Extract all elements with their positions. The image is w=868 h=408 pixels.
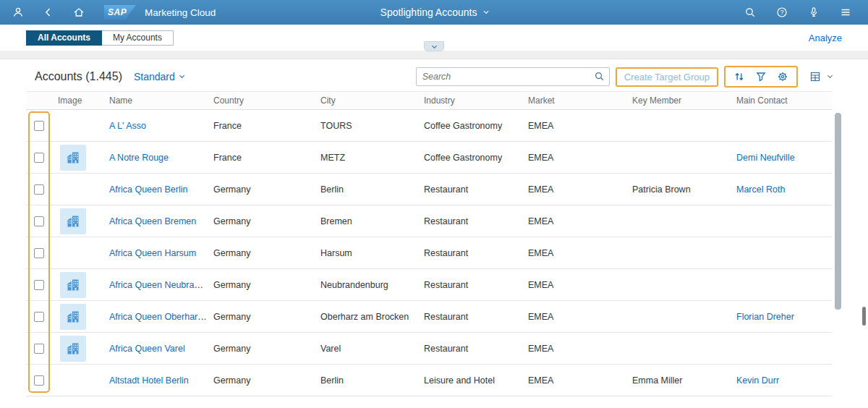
settings-gear-icon[interactable] (777, 71, 788, 82)
view-selector[interactable]: Standard (134, 71, 184, 82)
name-cell: Africa Queen Oberharz a... (103, 312, 208, 322)
chevron-down-icon[interactable] (827, 72, 833, 77)
main-contact-link[interactable]: Demi Neufville (736, 153, 795, 163)
column-header-industry[interactable]: Industry (418, 95, 522, 106)
account-name-link[interactable]: Africa Queen Berlin (109, 184, 187, 195)
table-actions-highlight (724, 66, 798, 88)
sort-icon[interactable] (733, 71, 745, 82)
account-name-link[interactable]: Africa Queen Oberharz a... (109, 312, 208, 322)
column-header-main-contact[interactable]: Main Contact (731, 95, 832, 106)
row-checkbox[interactable] (34, 344, 44, 354)
chevron-down-icon (431, 43, 436, 48)
city-cell: METZ (315, 153, 418, 163)
selection-cell (26, 375, 52, 386)
name-cell: Africa Queen Neubrande... (103, 280, 208, 290)
page-title-menu[interactable]: Spotlighting Accounts (380, 7, 488, 18)
table-row[interactable]: Africa Queen HarsumGermanyHarsumRestaura… (26, 237, 832, 269)
industry-cell: Restaurant (418, 184, 522, 195)
main-contact-link[interactable]: Marcel Roth (736, 184, 785, 195)
building-icon (60, 208, 86, 234)
image-cell (52, 304, 103, 330)
table-row[interactable]: A Notre RougeFranceMETZCoffee Gastronomy… (26, 142, 832, 174)
name-cell: Africa Queen Bremen (103, 216, 208, 226)
account-name-link[interactable]: A Notre Rouge (109, 153, 169, 163)
help-icon[interactable]: ? (774, 4, 790, 20)
table-row[interactable]: Africa Queen Neubrande...GermanyNeubrand… (26, 269, 832, 301)
table-row[interactable]: A L' AssoFranceTOURSCoffee GastronomyEME… (26, 110, 832, 142)
city-cell: Neubrandenburg (315, 280, 418, 290)
search-input[interactable] (416, 67, 610, 86)
svg-text:?: ? (780, 9, 784, 16)
table-row[interactable]: Africa Queen Oberharz a...GermanyOberhar… (26, 301, 832, 333)
filter-icon[interactable] (755, 71, 767, 82)
expand-header-button[interactable] (424, 41, 444, 51)
main-content: Accounts (1.445) Standard Create Target … (0, 59, 868, 396)
account-name-link[interactable]: A L' Asso (109, 121, 146, 131)
table-scrollbar[interactable] (835, 113, 841, 310)
table-row[interactable]: Africa Queen BerlinGermanyBerlinRestaura… (26, 174, 832, 205)
account-name-link[interactable]: Africa Queen Varel (109, 344, 185, 354)
image-cell (52, 336, 103, 362)
row-checkbox[interactable] (34, 375, 44, 386)
shell-bar: SAP Marketing Cloud Spotlighting Account… (0, 0, 868, 25)
image-cell (52, 272, 103, 298)
export-spreadsheet-icon[interactable] (809, 71, 821, 82)
header-collapse-strip (0, 51, 868, 59)
market-cell: EMEA (522, 312, 626, 322)
microphone-icon[interactable] (806, 4, 822, 20)
account-name-link[interactable]: Africa Queen Harsum (109, 248, 196, 258)
country-cell: Germany (208, 280, 315, 290)
column-header-market[interactable]: Market (522, 95, 626, 106)
chevron-down-icon (179, 72, 184, 77)
column-header-key-member[interactable]: Key Member (626, 95, 731, 106)
row-checkbox[interactable] (34, 312, 44, 322)
chevron-down-icon (483, 8, 488, 13)
table-row[interactable]: Africa Queen VarelGermanyVarelRestaurant… (26, 333, 832, 365)
row-checkbox[interactable] (34, 121, 44, 131)
column-header-country[interactable]: Country (208, 95, 315, 106)
market-cell: EMEA (522, 216, 626, 226)
account-name-link[interactable]: Africa Queen Bremen (109, 216, 196, 226)
main-contact-cell: Florian Dreher (731, 312, 832, 322)
main-contact-cell: Marcel Roth (731, 184, 832, 195)
name-cell: Africa Queen Varel (103, 344, 208, 354)
market-cell: EMEA (522, 375, 626, 386)
main-contact-link[interactable]: Florian Dreher (736, 312, 794, 322)
tab-my-accounts[interactable]: My Accounts (102, 30, 174, 46)
search-icon[interactable] (742, 4, 758, 20)
industry-cell: Restaurant (418, 312, 522, 322)
row-checkbox[interactable] (34, 216, 44, 226)
back-icon[interactable] (41, 4, 56, 20)
selection-cell (26, 153, 52, 163)
menu-icon[interactable] (838, 4, 854, 20)
table-row[interactable]: Altstadt Hotel BerlinGermanyBerlinLeisur… (26, 365, 832, 396)
market-cell: EMEA (522, 280, 626, 290)
analyze-link[interactable]: Analyze (809, 33, 842, 43)
tab-all-accounts[interactable]: All Accounts (26, 30, 102, 46)
shell-right-group: ? (742, 4, 858, 20)
search-icon[interactable] (594, 71, 605, 85)
selection-cell (26, 280, 52, 290)
user-icon[interactable] (10, 4, 26, 20)
column-header-image[interactable]: Image (52, 95, 103, 106)
home-icon[interactable] (71, 4, 87, 20)
table-toolbar: Accounts (1.445) Standard Create Target … (26, 64, 832, 90)
create-target-group-button[interactable]: Create Target Group (617, 69, 717, 85)
window-scrollbar[interactable] (862, 307, 866, 326)
row-checkbox[interactable] (34, 184, 44, 195)
column-header-city[interactable]: City (315, 95, 418, 106)
account-name-link[interactable]: Altstadt Hotel Berlin (109, 375, 189, 386)
table-body: A L' AssoFranceTOURSCoffee GastronomyEME… (26, 110, 832, 396)
row-checkbox[interactable] (34, 153, 44, 163)
main-contact-link[interactable]: Kevin Durr (736, 375, 779, 386)
account-name-link[interactable]: Africa Queen Neubrande... (109, 280, 208, 290)
table-row[interactable]: Africa Queen BremenGermanyBremenRestaura… (26, 205, 832, 237)
row-checkbox[interactable] (34, 248, 44, 258)
name-cell: Altstadt Hotel Berlin (103, 375, 208, 386)
city-cell: Varel (315, 344, 418, 354)
city-cell: Berlin (315, 375, 418, 386)
row-checkbox[interactable] (34, 280, 44, 290)
selection-cell (26, 248, 52, 258)
column-header-name[interactable]: Name (103, 95, 208, 106)
city-cell: Bremen (315, 216, 418, 226)
